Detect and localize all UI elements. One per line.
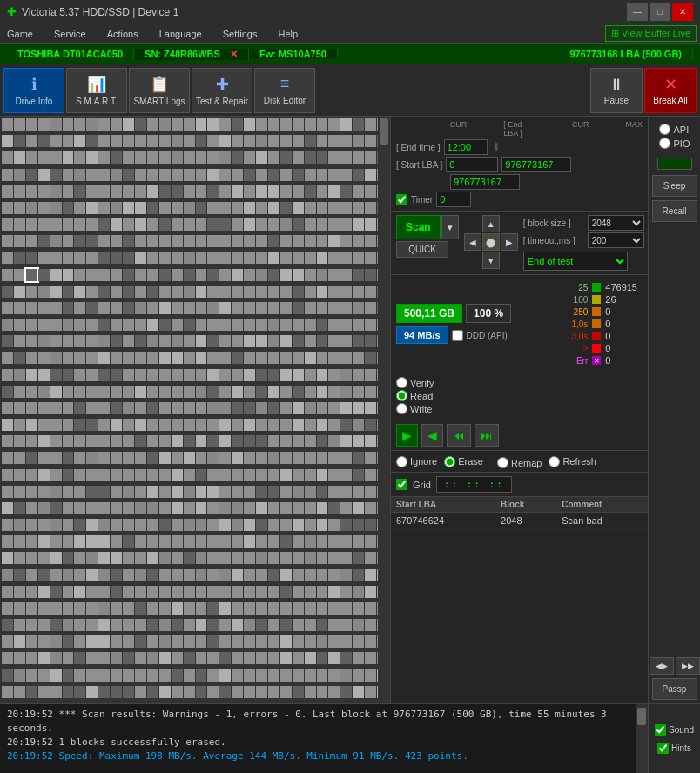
verify-radio[interactable] bbox=[396, 377, 407, 388]
toolbar: ℹ Drive Info 📊 S.M.A.R.T. 📋 SMART Logs ✚… bbox=[0, 64, 700, 117]
timeout-select[interactable]: 2001005001000 bbox=[588, 232, 644, 248]
scroll-thumb[interactable] bbox=[380, 118, 388, 145]
serial-number: SN: Z48R86WBS ✕ bbox=[134, 49, 249, 60]
drive-info-button[interactable]: ℹ Drive Info bbox=[3, 68, 64, 113]
drive-info-icon: ℹ bbox=[31, 75, 37, 94]
prev-button[interactable]: ◀ bbox=[421, 424, 443, 447]
counter-row: 250 0 bbox=[563, 306, 637, 317]
scan-dropdown[interactable]: ▼ bbox=[441, 215, 459, 239]
end-test-select[interactable]: End of test bbox=[523, 252, 628, 271]
menu-service[interactable]: Service bbox=[50, 29, 90, 39]
counter-value: 0 bbox=[605, 343, 610, 353]
playback-section: ▶ ◀ ⏮ ⏭ bbox=[391, 420, 648, 451]
smart-logs-icon: 📋 bbox=[150, 75, 169, 94]
log-scrollbar[interactable] bbox=[636, 704, 648, 773]
block-size-label: [ block size ] bbox=[523, 218, 584, 228]
end-time-input[interactable] bbox=[444, 139, 488, 155]
timer-checkbox[interactable] bbox=[396, 194, 407, 205]
bar-visual bbox=[592, 283, 601, 292]
table-section: Start LBA Block Comment 670746624 2048 S… bbox=[391, 497, 648, 703]
ignore-radio[interactable] bbox=[396, 456, 407, 467]
pio-radio[interactable] bbox=[659, 138, 670, 149]
center-btn[interactable]: ⬤ bbox=[482, 233, 500, 251]
quick-button[interactable]: QUICK bbox=[396, 241, 448, 258]
right-panel: CUR [ End LBA ] CUR MAX [ End time ] ⬆ [… bbox=[391, 117, 648, 703]
log-line: 20:19:52 *** Scan results: Warnings - 1,… bbox=[7, 708, 629, 736]
skip-fwd-button[interactable]: ⏭ bbox=[475, 424, 499, 447]
pio-label: PIO bbox=[674, 138, 690, 149]
col-lba: Start LBA bbox=[391, 497, 495, 513]
counter-row: 100 26 bbox=[563, 294, 637, 305]
end-lba-input[interactable] bbox=[501, 157, 571, 172]
grid-checkbox[interactable] bbox=[396, 479, 407, 490]
left-arrow[interactable]: ◀ bbox=[464, 233, 481, 251]
side-panel: API PIO Sleep Recall ◀▶ ▶▶ Passp bbox=[648, 117, 700, 703]
menu-language[interactable]: Language bbox=[156, 29, 205, 39]
maximize-button[interactable]: □ bbox=[650, 3, 670, 21]
pause-button[interactable]: ⏸ Pause bbox=[590, 68, 643, 113]
counter-label: 1,0s bbox=[563, 319, 588, 329]
smart-logs-button[interactable]: 📋 SMART Logs bbox=[129, 68, 190, 113]
lba-info: 976773168 LBA (500 GB) bbox=[559, 49, 693, 59]
nav-left-btn[interactable]: ◀▶ bbox=[650, 657, 674, 675]
sleep-button[interactable]: Sleep bbox=[652, 175, 697, 197]
counter-value: 26 bbox=[605, 294, 616, 305]
app-title: Victoria 5.37 HDD/SSD | Device 1 bbox=[22, 6, 627, 18]
up-arrow[interactable]: ▲ bbox=[482, 215, 500, 232]
minimize-button[interactable]: — bbox=[627, 3, 648, 21]
hints-label: Hints bbox=[671, 743, 691, 753]
sound-checkbox[interactable] bbox=[655, 724, 666, 736]
close-button[interactable]: ✕ bbox=[672, 3, 693, 21]
passp-button[interactable]: Passp bbox=[652, 678, 697, 700]
vertical-scrollbar[interactable] bbox=[378, 117, 390, 703]
smart-logs-label: SMART Logs bbox=[133, 97, 185, 106]
pct-display: 100 % bbox=[466, 304, 511, 323]
counters-section: 25 476915 100 26 250 0 1,0s 0 3,0s 0 > 0… bbox=[558, 279, 643, 369]
nav-btns: ◀▶ ▶▶ bbox=[650, 657, 700, 675]
device-bar: TOSHIBA DT01ACA050 SN: Z48R86WBS ✕ Fw: M… bbox=[0, 44, 700, 64]
max-label: MAX bbox=[625, 120, 643, 138]
smart-button[interactable]: 📊 S.M.A.R.T. bbox=[66, 68, 127, 113]
disk-editor-button[interactable]: ≡ Disk Editor bbox=[254, 68, 315, 113]
recall-button[interactable]: Recall bbox=[652, 200, 697, 222]
erase-radio[interactable] bbox=[444, 456, 455, 467]
right-arrow[interactable]: ▶ bbox=[501, 233, 518, 251]
menu-game[interactable]: Game bbox=[3, 29, 37, 39]
col-comment: Comment bbox=[556, 497, 648, 513]
counter-row: 25 476915 bbox=[563, 282, 637, 292]
counter-row: 3,0s 0 bbox=[563, 331, 637, 341]
break-label: Break All bbox=[653, 96, 687, 105]
end-lba-header: [ End LBA ] bbox=[503, 120, 535, 138]
col-block: Block bbox=[495, 497, 556, 513]
log-scroll-thumb[interactable] bbox=[637, 708, 646, 725]
api-radio[interactable] bbox=[659, 124, 670, 135]
menu-actions[interactable]: Actions bbox=[104, 29, 142, 39]
test-repair-button[interactable]: ✚ Test & Repair bbox=[192, 68, 252, 113]
scan-button[interactable]: Scan bbox=[396, 215, 441, 239]
play-button[interactable]: ▶ bbox=[396, 424, 418, 447]
read-radio[interactable] bbox=[396, 390, 407, 401]
ignore-label: Ignore bbox=[410, 456, 437, 467]
write-radio[interactable] bbox=[396, 403, 407, 414]
view-buffer-btn[interactable]: ⊞ View Buffer Live bbox=[605, 25, 697, 42]
sound-label: Sound bbox=[669, 725, 694, 735]
timer-input[interactable] bbox=[436, 192, 471, 207]
ddd-checkbox[interactable] bbox=[452, 330, 463, 341]
counter-bar bbox=[591, 331, 602, 341]
nav-right-btn[interactable]: ▶▶ bbox=[676, 657, 700, 675]
break-all-button[interactable]: ✕ Break All bbox=[644, 68, 697, 113]
start-lba-input[interactable] bbox=[446, 157, 498, 172]
skip-back-button[interactable]: ⏮ bbox=[447, 424, 471, 447]
menubar: Game Service Actions Language Settings H… bbox=[0, 24, 700, 44]
close-device-btn[interactable]: ✕ bbox=[230, 49, 238, 59]
content-area: CUR [ End LBA ] CUR MAX [ End time ] ⬆ [… bbox=[0, 117, 700, 703]
menu-settings[interactable]: Settings bbox=[219, 29, 261, 39]
timeout-label: [ timeout,ms ] bbox=[523, 236, 584, 245]
block-size-select[interactable]: 204851210244096 bbox=[588, 215, 644, 231]
bar-visual bbox=[592, 307, 601, 316]
menu-help[interactable]: Help bbox=[274, 29, 301, 39]
remap-radio[interactable] bbox=[497, 457, 508, 468]
refresh-radio[interactable] bbox=[549, 456, 560, 467]
down-arrow[interactable]: ▼ bbox=[482, 252, 500, 269]
hints-checkbox[interactable] bbox=[657, 743, 669, 754]
